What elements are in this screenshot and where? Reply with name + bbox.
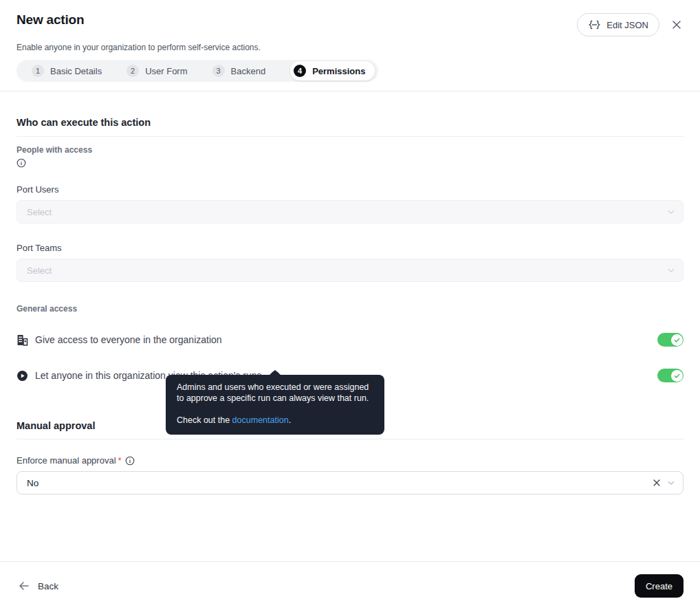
port-users-label: Port Users xyxy=(17,184,683,195)
chevron-down-icon[interactable] xyxy=(668,481,675,486)
step-label: User Form xyxy=(145,66,187,76)
tooltip-body: Admins and users who executed or were as… xyxy=(177,382,373,404)
organization-icon xyxy=(17,334,28,346)
enforce-info-icon[interactable] xyxy=(125,456,135,466)
close-icon xyxy=(671,19,682,30)
step-label: Backend xyxy=(231,66,266,76)
permissions-step-content: Who can execute this action People with … xyxy=(0,117,700,494)
header-divider xyxy=(0,91,700,91)
step-permissions-active[interactable]: 4 Permissions xyxy=(290,61,375,80)
toggle-check-icon xyxy=(671,334,683,346)
step-number: 4 xyxy=(294,65,306,77)
step-basic-details[interactable]: 1 Basic Details xyxy=(32,65,102,77)
step-number: 1 xyxy=(32,65,44,77)
modal-header: New action Edit JSON xyxy=(0,0,700,91)
view-runs-toggle[interactable] xyxy=(657,369,683,382)
step-backend[interactable]: 3 Backend xyxy=(212,65,266,77)
chevron-down-icon xyxy=(668,268,675,273)
chevron-down-icon xyxy=(668,210,675,215)
back-label: Back xyxy=(38,581,58,591)
give-access-label: Give access to everyone in the organizat… xyxy=(35,334,222,345)
step-number: 2 xyxy=(127,65,139,77)
edit-json-button[interactable]: Edit JSON xyxy=(577,13,659,36)
toggle-check-icon xyxy=(671,370,683,382)
close-button[interactable] xyxy=(670,18,683,32)
code-braces-icon xyxy=(588,20,601,30)
field-label-text: Enforce manual approval xyxy=(17,455,116,466)
enforce-manual-approval-select[interactable]: No xyxy=(17,471,683,494)
wizard-stepper: 1 Basic Details 2 User Form 3 Backend 4 … xyxy=(17,60,378,82)
tooltip-arrow xyxy=(270,370,281,375)
required-asterisk: * xyxy=(118,455,122,466)
modal-footer: Back Create xyxy=(0,561,700,610)
arrow-left-icon xyxy=(19,581,30,591)
select-placeholder: Select xyxy=(27,265,52,276)
clear-icon[interactable] xyxy=(652,478,661,488)
port-users-select[interactable]: Select xyxy=(17,200,683,224)
edit-json-label: Edit JSON xyxy=(606,20,648,30)
enforce-manual-approval-label: Enforce manual approval* xyxy=(17,455,683,466)
port-teams-select[interactable]: Select xyxy=(17,259,683,282)
port-teams-label: Port Teams xyxy=(17,243,683,253)
step-label: Basic Details xyxy=(50,66,102,76)
step-user-form[interactable]: 2 User Form xyxy=(127,65,187,77)
back-button[interactable]: Back xyxy=(19,581,58,591)
general-access-label: General access xyxy=(17,304,683,314)
page-title: New action xyxy=(17,12,84,28)
new-action-modal: New action Edit JSON xyxy=(0,0,700,610)
modal-subtitle: Enable anyone in your organization to pe… xyxy=(17,43,683,52)
info-icon xyxy=(17,158,26,170)
play-circle-icon xyxy=(17,370,28,382)
people-with-access-info[interactable] xyxy=(17,158,683,168)
selected-value: No xyxy=(27,478,652,488)
documentation-link[interactable]: documentation xyxy=(232,415,289,425)
step-number: 3 xyxy=(212,65,225,77)
header-actions: Edit JSON xyxy=(577,13,683,36)
section-heading-who-can-execute: Who can execute this action xyxy=(17,117,683,137)
tooltip-link-line: Check out the documentation. xyxy=(177,415,373,426)
give-access-row: Give access to everyone in the organizat… xyxy=(17,331,683,348)
create-button[interactable]: Create xyxy=(635,574,683,598)
people-with-access-label: People with access xyxy=(17,145,683,155)
view-runs-tooltip: Admins and users who executed or were as… xyxy=(166,375,384,435)
give-access-toggle[interactable] xyxy=(657,333,683,347)
select-placeholder: Select xyxy=(27,207,52,217)
step-label: Permissions xyxy=(312,66,365,76)
